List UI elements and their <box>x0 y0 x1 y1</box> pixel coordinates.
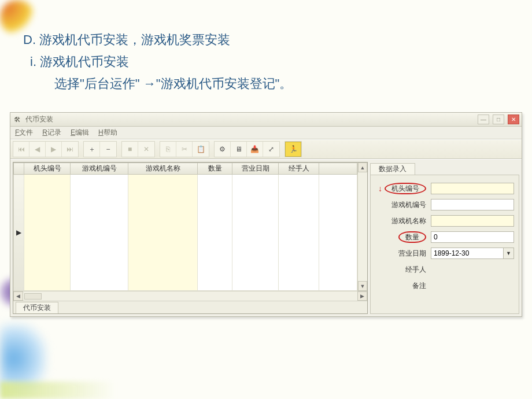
label-head-no: 机头编号 <box>385 183 426 194</box>
qty-input[interactable] <box>431 231 514 243</box>
machine-name-input[interactable] <box>431 215 514 227</box>
grid-vscroll[interactable]: ▲ ▼ <box>357 162 367 291</box>
maximize-button[interactable]: □ <box>493 114 504 124</box>
col-biz-date[interactable]: 营业日期 <box>232 163 279 175</box>
menu-help[interactable]: H帮助 <box>98 128 117 138</box>
titlebar[interactable]: 🛠 代币安装 — □ ✕ <box>10 113 522 127</box>
grid-hscroll[interactable]: ◀ ▶ <box>13 291 367 301</box>
nav-last-button[interactable]: ⏭ <box>62 142 78 157</box>
stop-button[interactable]: ■ <box>122 142 138 157</box>
machine-no-input[interactable] <box>431 199 514 210</box>
instruction-text: D. 游戏机代币安装，游戏机奖票安装 i. 游戏机代币安装 选择"后台运作" →… <box>23 29 509 95</box>
heading-i: i. 游戏机代币安装 <box>30 51 509 73</box>
copy-button[interactable]: ⎘ <box>160 142 176 157</box>
grid-tab-token-install[interactable]: 代币安装 <box>16 302 58 313</box>
row-indicator-icon: ▶ <box>14 175 24 291</box>
tool2-button[interactable]: 🖥 <box>231 142 247 157</box>
label-operator: 经手人 <box>375 265 431 275</box>
tool1-button[interactable]: ⚙ <box>215 142 231 157</box>
entry-panel: 数据录入 ↓机头编号 游戏机编号 游戏机名称 数量 <box>370 162 519 314</box>
panel-tab-entry[interactable]: 数据录入 <box>370 163 415 175</box>
menubar: F文件 R记录 E编辑 H帮助 <box>10 127 522 139</box>
label-machine-name: 游戏机名称 <box>375 216 431 226</box>
delete-record-button[interactable]: − <box>100 142 116 157</box>
label-machine-no: 游戏机编号 <box>375 200 431 210</box>
required-arrow-icon: ↓ <box>378 184 382 193</box>
paste-button[interactable]: 📋 <box>193 142 209 157</box>
run-button[interactable]: 🏃 <box>285 142 301 157</box>
heading-path: 选择"后台运作" →"游戏机代币安装登记"。 <box>54 73 509 95</box>
date-dropdown-icon[interactable]: ▼ <box>504 247 514 259</box>
menu-file[interactable]: F文件 <box>15 128 33 138</box>
data-grid: 机头编号 游戏机编号 游戏机名称 数量 营业日期 经手人 ▶ <box>13 162 368 314</box>
scroll-right-icon[interactable]: ▶ <box>357 291 367 301</box>
col-head-no[interactable]: 机头编号 <box>24 163 71 175</box>
col-machine-name[interactable]: 游戏机名称 <box>128 163 198 175</box>
row-indicator-header <box>14 163 24 175</box>
menu-record[interactable]: R记录 <box>42 128 61 138</box>
head-no-input[interactable] <box>431 183 514 194</box>
nav-prev-button[interactable]: ◀ <box>29 142 46 157</box>
scroll-down-icon[interactable]: ▼ <box>358 281 367 291</box>
close-button[interactable]: ✕ <box>508 114 519 124</box>
app-icon: 🛠 <box>13 115 22 124</box>
label-biz-date: 营业日期 <box>375 249 431 258</box>
menu-edit[interactable]: E编辑 <box>71 128 89 138</box>
minimize-button[interactable]: — <box>478 114 489 124</box>
col-qty[interactable]: 数量 <box>198 163 232 175</box>
window-title: 代币安装 <box>25 114 53 124</box>
col-machine-no[interactable]: 游戏机编号 <box>71 163 128 175</box>
cut-button[interactable]: ✂ <box>176 142 193 157</box>
grid-table[interactable]: 机头编号 游戏机编号 游戏机名称 数量 营业日期 经手人 ▶ <box>13 162 357 291</box>
nav-first-button[interactable]: ⏮ <box>13 142 29 157</box>
col-operator[interactable]: 经手人 <box>279 163 319 175</box>
nav-next-button[interactable]: ▶ <box>46 142 62 157</box>
add-record-button[interactable]: ＋ <box>84 142 100 157</box>
scroll-left-icon[interactable]: ◀ <box>13 291 23 301</box>
scroll-up-icon[interactable]: ▲ <box>358 162 367 172</box>
tool4-button[interactable]: ⤢ <box>263 142 279 157</box>
table-row[interactable]: ▶ <box>14 175 357 291</box>
cancel-button[interactable]: ✕ <box>138 142 154 157</box>
tool3-button[interactable]: 📥 <box>247 142 263 157</box>
heading-d: D. 游戏机代币安装，游戏机奖票安装 <box>23 29 509 51</box>
toolbar: ⏮ ◀ ▶ ⏭ ＋ − ■ ✕ ⎘ ✂ 📋 ⚙ 🖥 📥 ⤢ 🏃 <box>10 139 522 159</box>
app-window: 🛠 代币安装 — □ ✕ F文件 R记录 E编辑 H帮助 ⏮ ◀ ▶ ⏭ ＋ −… <box>10 112 522 317</box>
label-remark: 备注 <box>375 281 431 291</box>
label-qty: 数量 <box>398 231 426 243</box>
col-blank <box>319 163 357 175</box>
biz-date-input[interactable] <box>431 247 504 259</box>
